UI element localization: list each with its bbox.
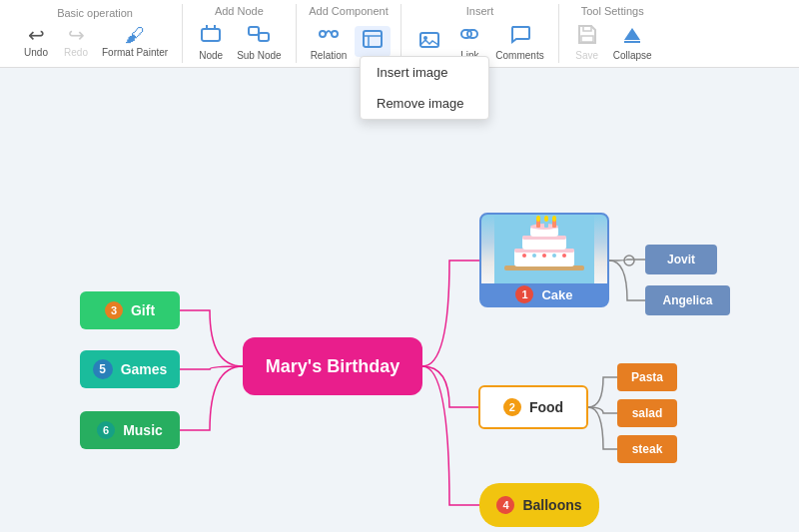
music-badge: 6 xyxy=(97,421,115,439)
svg-point-32 xyxy=(522,254,526,258)
center-node[interactable]: Mary's Birthday xyxy=(243,337,422,395)
redo-label: Redo xyxy=(64,47,88,58)
angelica-label: Angelica xyxy=(662,293,712,307)
collapse-button[interactable]: Collapse xyxy=(609,21,656,63)
steak-label: steak xyxy=(632,442,663,456)
cake-text: Cake xyxy=(541,287,572,302)
svg-point-33 xyxy=(532,254,536,258)
node-button[interactable]: Node xyxy=(193,21,229,63)
balloons-node[interactable]: 4 Balloons xyxy=(479,483,599,527)
comments-label: Comments xyxy=(495,50,543,61)
angelica-node[interactable]: Angelica xyxy=(645,285,730,315)
jovit-node[interactable]: Jovit xyxy=(645,245,717,274)
format-painter-icon: 🖌 xyxy=(125,25,145,45)
save-label: Save xyxy=(575,50,598,61)
group-label-tool-settings: Tool Settings xyxy=(581,5,644,17)
group-label-add-node: Add Node xyxy=(215,5,264,17)
svg-rect-3 xyxy=(249,27,259,35)
salad-label: salad xyxy=(632,406,663,420)
gift-node[interactable]: 3 Gift xyxy=(80,291,180,329)
format-painter-label: Format Painter xyxy=(102,47,168,58)
cake-svg xyxy=(494,216,594,283)
format-painter-button[interactable]: 🖌 Format Painter xyxy=(98,23,172,60)
balloons-badge: 4 xyxy=(496,496,514,514)
svg-rect-0 xyxy=(202,29,220,41)
redo-button[interactable]: ↪ Redo xyxy=(58,23,94,60)
group-label-insert: Insert xyxy=(466,5,494,17)
games-badge: 5 xyxy=(93,359,113,379)
games-node[interactable]: 5 Games xyxy=(80,350,180,388)
undo-label: Undo xyxy=(24,47,48,58)
toolbar-group-add-node: Add Node Node Sub Node xyxy=(183,4,296,63)
cake-label-container: 1 Cake xyxy=(481,283,607,305)
games-label: Games xyxy=(121,361,168,377)
music-node[interactable]: 6 Music xyxy=(80,411,180,449)
mindmap-canvas: Mary's Birthday xyxy=(0,68,799,532)
group-label-basic: Basic operation xyxy=(57,7,133,19)
svg-rect-14 xyxy=(581,36,593,42)
undo-button[interactable]: ↩ Undo xyxy=(18,23,54,60)
relation-label: Relation xyxy=(311,50,348,61)
gift-badge: 3 xyxy=(105,301,123,319)
svg-point-31 xyxy=(552,216,556,222)
insert-component-icon xyxy=(362,28,384,53)
svg-marker-15 xyxy=(624,28,640,40)
food-label: Food xyxy=(529,399,563,415)
svg-point-6 xyxy=(320,31,326,37)
gift-label: Gift xyxy=(131,302,155,318)
pasta-label: Pasta xyxy=(631,370,663,384)
cake-image xyxy=(481,215,607,283)
toolbar-group-basic: Basic operation ↩ Undo ↪ Redo 🖌 Format P… xyxy=(8,4,183,63)
cake-node[interactable]: 1 Cake xyxy=(479,213,609,307)
svg-point-30 xyxy=(544,216,548,222)
comments-button[interactable]: Comments xyxy=(491,21,547,63)
svg-point-34 xyxy=(542,254,546,258)
steak-node[interactable]: steak xyxy=(617,435,677,463)
node-label: Node xyxy=(199,50,223,61)
save-button[interactable]: Save xyxy=(569,21,605,63)
food-badge: 2 xyxy=(503,398,521,416)
collapse-label: Collapse xyxy=(613,50,652,61)
svg-point-35 xyxy=(552,254,556,258)
sub-node-label: Sub Node xyxy=(237,50,281,61)
svg-rect-13 xyxy=(583,26,591,31)
collapse-icon xyxy=(621,23,643,48)
save-icon xyxy=(576,23,598,48)
svg-point-29 xyxy=(536,216,540,222)
svg-point-17 xyxy=(624,256,634,266)
center-label: Mary's Birthday xyxy=(266,356,400,377)
svg-rect-4 xyxy=(259,33,269,41)
insert-image-item[interactable]: Insert image xyxy=(361,57,488,88)
undo-icon: ↩ xyxy=(28,25,45,45)
balloons-label: Balloons xyxy=(522,497,581,513)
node-icon xyxy=(200,23,222,48)
image-icon xyxy=(418,29,440,54)
sub-node-icon xyxy=(248,23,270,48)
insert-dropdown-menu: Insert image Remove image xyxy=(360,56,489,120)
redo-icon: ↪ xyxy=(68,25,85,45)
svg-point-7 xyxy=(332,31,338,37)
remove-image-item[interactable]: Remove image xyxy=(361,88,488,119)
sub-node-button[interactable]: Sub Node xyxy=(233,21,285,63)
music-label: Music xyxy=(123,422,163,438)
toolbar-group-tool-settings: Tool Settings Save Collapse xyxy=(559,4,666,63)
comments-icon xyxy=(509,23,531,48)
toolbar-group-insert: Insert Link Comments xyxy=(401,4,558,63)
svg-point-36 xyxy=(562,254,566,258)
relation-icon xyxy=(318,23,340,48)
relation-button[interactable]: Relation xyxy=(307,21,352,63)
insert-component-button[interactable] xyxy=(355,26,391,57)
svg-rect-8 xyxy=(364,31,382,47)
food-node[interactable]: 2 Food xyxy=(478,385,588,429)
group-label-add-component: Add Component xyxy=(309,5,389,17)
cake-badge: 1 xyxy=(515,285,533,303)
toolbar-group-add-component: Add Component Relation xyxy=(297,4,402,63)
salad-node[interactable]: salad xyxy=(617,399,677,427)
pasta-node[interactable]: Pasta xyxy=(617,363,677,391)
link-icon xyxy=(458,23,480,48)
jovit-label: Jovit xyxy=(667,253,695,266)
image-button[interactable] xyxy=(411,27,447,56)
